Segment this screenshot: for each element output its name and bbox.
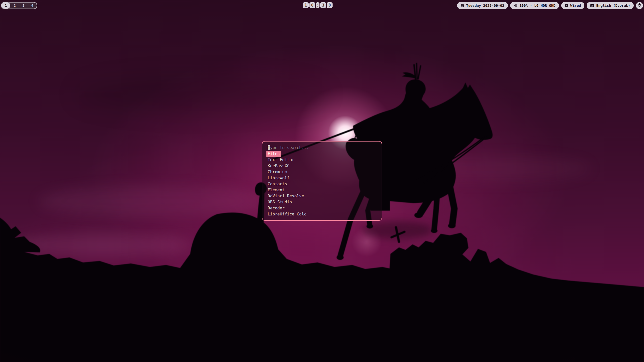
launcher-item-davinci-resolve[interactable]: DaVinci Resolve <box>268 193 377 199</box>
power-icon <box>637 3 641 8</box>
volume-pill[interactable]: 100% · LG HDR QHD <box>510 2 559 9</box>
launcher-item-keepassxc[interactable]: KeePassXC <box>268 163 377 169</box>
clock-digit: 8 <box>327 2 333 8</box>
volume-label: 100% · LG HDR QHD <box>519 4 555 8</box>
speaker-icon <box>514 4 517 7</box>
clock-widget[interactable]: 1 0 : 3 8 <box>303 2 333 8</box>
search-placeholder: ype to search... <box>270 145 309 150</box>
keyboard-layout-label: English (Dvorak) <box>596 4 630 8</box>
launcher-item-files[interactable]: Files <box>268 151 377 157</box>
power-button[interactable] <box>636 2 643 9</box>
text-cursor: T <box>268 145 270 150</box>
clock-digit: 3 <box>320 2 326 8</box>
launcher-item-recoder[interactable]: Recoder <box>268 205 377 211</box>
network-label: Wired <box>570 4 581 8</box>
launcher-item-chromium[interactable]: Chromium <box>268 169 377 175</box>
clock-digit: 1 <box>303 2 309 8</box>
launcher-item-obs-studio[interactable]: OBS Studio <box>268 199 377 205</box>
date-label: Tuesday 2025-09-02 <box>466 4 504 8</box>
workspace-button-4[interactable]: 4 <box>28 3 37 9</box>
clock-colon: : <box>316 2 319 8</box>
date-pill[interactable]: Tuesday 2025-09-02 <box>457 2 508 9</box>
workspace-button-3[interactable]: 3 <box>19 3 28 9</box>
keyboard-icon <box>590 4 594 7</box>
calendar-icon <box>461 4 464 7</box>
workspace-switcher: 1 2 3 4 <box>1 2 37 9</box>
app-launcher: Type to search... Files Text Editor KeeP… <box>262 141 382 221</box>
launcher-item-element[interactable]: Element <box>268 187 377 193</box>
launcher-item-librewolf[interactable]: LibreWolf <box>268 175 377 181</box>
ethernet-icon <box>565 4 568 7</box>
top-bar: 1 2 3 4 1 0 : 3 8 <box>0 0 644 11</box>
workspace-button-2[interactable]: 2 <box>10 3 19 9</box>
clock-digit: 0 <box>309 2 315 8</box>
search-input[interactable]: Type to search... <box>268 145 377 151</box>
status-tray: Tuesday 2025-09-02 100% · LG HDR QHD <box>457 2 643 9</box>
launcher-item-text-editor[interactable]: Text Editor <box>268 157 377 163</box>
keyboard-layout-pill[interactable]: English (Dvorak) <box>587 2 634 9</box>
network-pill[interactable]: Wired <box>561 2 584 9</box>
launcher-item-contacts[interactable]: Contacts <box>268 181 377 187</box>
workspace-button-1[interactable]: 1 <box>2 3 10 9</box>
launcher-item-libreoffice-calc[interactable]: LibreOffice Calc <box>268 211 377 217</box>
